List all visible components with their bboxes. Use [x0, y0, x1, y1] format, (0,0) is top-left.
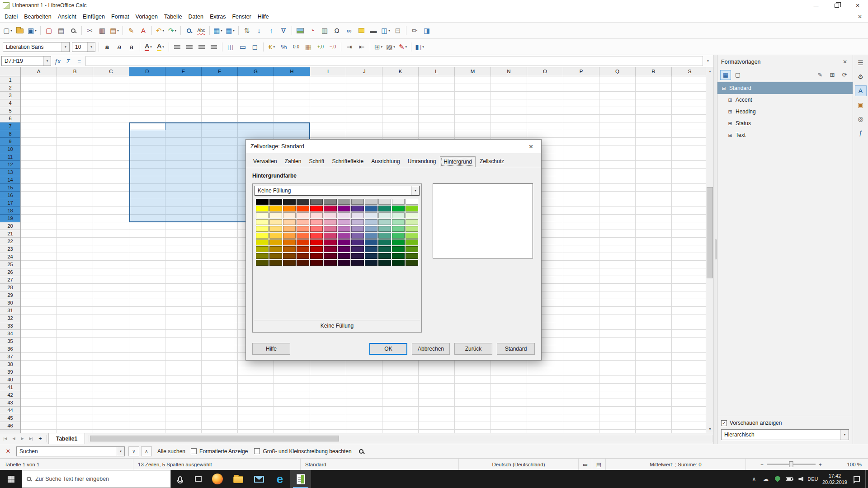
fill-select-arrow-icon[interactable]: ▾ — [411, 186, 419, 195]
dropdown-caret-icon[interactable]: ▾ — [422, 45, 424, 49]
expander-icon[interactable]: ⊞ — [727, 121, 733, 127]
dropdown-caret-icon[interactable]: ▾ — [35, 29, 37, 33]
unmerge-cells-button[interactable]: ◻ — [249, 41, 261, 53]
color-swatch[interactable] — [310, 233, 323, 239]
vertical-scroll-track[interactable] — [706, 75, 713, 425]
fill-format-button[interactable]: ✎ — [815, 70, 826, 80]
color-swatch[interactable] — [338, 199, 350, 205]
reset-button[interactable]: Zurück — [454, 343, 492, 355]
autofilter-button[interactable]: ∇ — [278, 24, 289, 37]
color-swatch[interactable] — [406, 212, 418, 218]
menu-hilfe[interactable]: Hilfe — [255, 12, 272, 22]
select-all-corner[interactable] — [0, 67, 21, 76]
row-header-20[interactable]: 20 — [0, 222, 20, 230]
dropdown-caret-icon[interactable]: ▾ — [393, 45, 395, 49]
color-swatch[interactable] — [406, 246, 418, 252]
color-swatch[interactable] — [269, 199, 282, 205]
row-header-19[interactable]: 19 — [0, 215, 20, 222]
color-swatch[interactable] — [269, 206, 282, 211]
align-right-button[interactable] — [196, 41, 208, 53]
column-header-g[interactable]: G — [238, 67, 274, 76]
color-swatch[interactable] — [351, 233, 364, 239]
font-color-button[interactable]: A▾ — [142, 41, 154, 53]
selection-mode-icon[interactable]: ▭ — [579, 459, 592, 470]
column-header-d[interactable]: D — [129, 67, 165, 76]
zoom-percent[interactable]: 100 % — [836, 459, 868, 470]
row-header-39[interactable]: 39 — [0, 368, 20, 376]
color-swatch[interactable] — [351, 199, 364, 205]
row-header-30[interactable]: 30 — [0, 299, 20, 307]
color-swatch[interactable] — [269, 246, 282, 252]
find-replace-button[interactable] — [183, 24, 195, 37]
color-swatch[interactable] — [269, 219, 282, 225]
search-arrow-icon[interactable]: ▾ — [117, 447, 124, 456]
deck-gallery-button[interactable]: ▣ — [855, 99, 867, 110]
headers-footers-button[interactable]: ▬ — [368, 24, 379, 37]
color-swatch[interactable] — [378, 206, 391, 211]
row-header-35[interactable]: 35 — [0, 338, 20, 345]
color-swatch[interactable] — [310, 219, 323, 225]
color-swatch[interactable] — [351, 239, 364, 245]
color-swatch[interactable] — [406, 253, 418, 259]
function-wizard-button[interactable]: ƒx — [52, 56, 63, 66]
delete-decimal-button[interactable]: −,0 — [327, 41, 339, 53]
dropdown-caret-icon[interactable]: ▾ — [150, 45, 152, 49]
row-header-32[interactable]: 32 — [0, 314, 20, 322]
row-header-10[interactable]: 10 — [0, 145, 20, 153]
color-swatch[interactable] — [351, 219, 364, 225]
document-modified-icon[interactable]: ▤ — [592, 459, 606, 470]
print-button[interactable]: ▤ — [55, 24, 67, 37]
dialog-close-button[interactable]: ✕ — [521, 140, 541, 153]
color-swatch[interactable] — [283, 206, 296, 211]
find-all-button[interactable]: Alle suchen — [156, 448, 187, 455]
tray-expand-button[interactable]: ∧ — [748, 470, 760, 488]
explorer-icon[interactable] — [228, 470, 249, 488]
color-swatch[interactable] — [365, 212, 377, 218]
color-swatch[interactable] — [256, 212, 269, 218]
insert-chart-button[interactable]: ◔ — [307, 24, 318, 37]
tab-zellschutz[interactable]: Zellschutz — [476, 156, 508, 167]
color-swatch[interactable] — [297, 226, 309, 232]
formula-input[interactable] — [85, 56, 703, 66]
row-header-18[interactable]: 18 — [0, 207, 20, 215]
paste-button[interactable]: ▤▾ — [108, 24, 120, 37]
row-header-1[interactable]: 1 — [0, 76, 20, 84]
border-style-button[interactable]: ▨▾ — [385, 41, 396, 53]
save-button[interactable]: ▣▾ — [26, 24, 38, 37]
dropdown-caret-icon[interactable]: ▾ — [406, 45, 407, 49]
font-size-combo[interactable]: 10▾ — [72, 42, 95, 52]
last-sheet-button[interactable]: ▶| — [27, 436, 35, 441]
menu-ansicht[interactable]: Ansicht — [55, 12, 80, 22]
expander-icon[interactable]: ⊞ — [727, 109, 733, 115]
color-swatch[interactable] — [310, 253, 323, 259]
row-header-40[interactable]: 40 — [0, 376, 20, 384]
tab-zahlen[interactable]: Zahlen — [281, 156, 305, 167]
color-swatch[interactable] — [392, 239, 405, 245]
color-swatch[interactable] — [365, 233, 377, 239]
merge-cells-button[interactable]: ▭ — [237, 41, 249, 53]
increase-indent-button[interactable]: ⇥ — [344, 41, 355, 53]
color-swatch[interactable] — [269, 253, 282, 259]
italic-button[interactable]: a — [113, 41, 125, 53]
special-character-button[interactable]: Ω — [331, 24, 343, 37]
color-swatch[interactable] — [324, 233, 336, 239]
color-swatch[interactable] — [378, 246, 391, 252]
color-swatch[interactable] — [324, 246, 336, 252]
row-header-9[interactable]: 9 — [0, 138, 20, 145]
row-header-44[interactable]: 44 — [0, 407, 20, 414]
color-swatch[interactable] — [283, 219, 296, 225]
menu-fenster[interactable]: Fenster — [229, 12, 254, 22]
column-header-a[interactable]: A — [21, 67, 57, 76]
color-swatch[interactable] — [351, 246, 364, 252]
color-swatch[interactable] — [338, 246, 350, 252]
color-swatch[interactable] — [392, 199, 405, 205]
color-swatch[interactable] — [256, 246, 269, 252]
color-swatch[interactable] — [406, 233, 418, 239]
color-swatch[interactable] — [392, 219, 405, 225]
color-swatch[interactable] — [378, 239, 391, 245]
vertical-scroll-thumb[interactable] — [707, 187, 713, 278]
dropdown-caret-icon[interactable]: ▾ — [381, 45, 383, 49]
color-swatch[interactable] — [338, 260, 350, 266]
task-view-button[interactable] — [189, 470, 207, 488]
action-center-button[interactable] — [851, 470, 863, 488]
